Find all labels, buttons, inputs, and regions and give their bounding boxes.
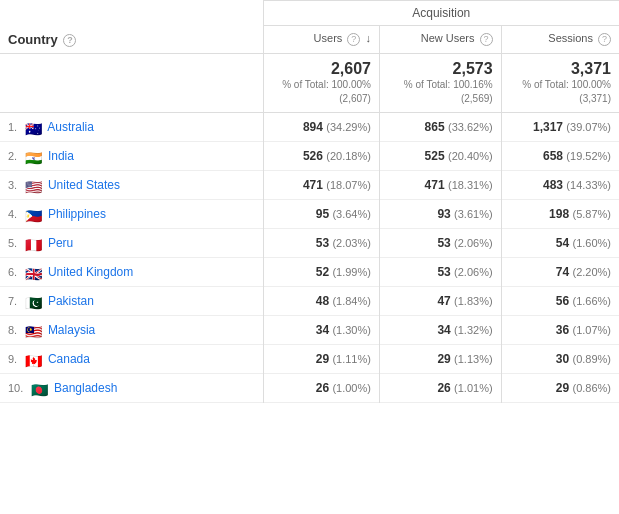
users-cell: 34 (1.30%) <box>263 315 379 344</box>
users-pct: (34.29%) <box>326 121 371 133</box>
users-help-icon[interactable]: ? <box>347 33 360 46</box>
new-users-pct: (1.13%) <box>454 353 493 365</box>
totals-row: 2,607 % of Total: 100.00% (2,607) 2,573 … <box>0 53 619 112</box>
new-users-value: 53 <box>437 236 450 250</box>
sessions-cell: 29 (0.86%) <box>501 373 619 402</box>
users-cell: 48 (1.84%) <box>263 286 379 315</box>
new-users-value: 865 <box>425 120 445 134</box>
country-flag: 🇦🇺 <box>25 122 41 133</box>
table-row: 3. 🇺🇸 United States 471 (18.07%) 471 (18… <box>0 170 619 199</box>
sessions-pct: (14.33%) <box>566 179 611 191</box>
new-users-pct: (20.40%) <box>448 150 493 162</box>
total-sessions-cell: 3,371 % of Total: 100.00% (3,371) <box>501 53 619 112</box>
users-value: 52 <box>316 265 329 279</box>
new-users-cell: 471 (18.31%) <box>379 170 501 199</box>
country-name-link[interactable]: Australia <box>47 120 94 134</box>
country-name-link[interactable]: United Kingdom <box>48 265 133 279</box>
users-cell: 52 (1.99%) <box>263 257 379 286</box>
sessions-value: 29 <box>556 381 569 395</box>
country-label: Country <box>8 32 58 47</box>
acquisition-header-row: Acquisition <box>0 1 619 26</box>
total-new-users-cell: 2,573 % of Total: 100.16% (2,569) <box>379 53 501 112</box>
country-cell: 9. 🇨🇦 Canada <box>0 344 263 373</box>
new-users-help-icon[interactable]: ? <box>480 33 493 46</box>
sessions-label: Sessions <box>548 32 593 44</box>
country-name-link[interactable]: Philippines <box>48 207 106 221</box>
sessions-value: 198 <box>549 207 569 221</box>
row-rank: 4. <box>8 208 17 220</box>
country-name-link[interactable]: Peru <box>48 236 73 250</box>
sessions-value: 74 <box>556 265 569 279</box>
users-cell: 26 (1.00%) <box>263 373 379 402</box>
users-cell: 471 (18.07%) <box>263 170 379 199</box>
country-help-icon[interactable]: ? <box>63 34 76 47</box>
users-pct: (1.30%) <box>332 324 371 336</box>
new-users-column-header: New Users ? <box>379 26 501 54</box>
sessions-cell: 56 (1.66%) <box>501 286 619 315</box>
row-rank: 1. <box>8 121 17 133</box>
new-users-label: New Users <box>421 32 475 44</box>
new-users-value: 34 <box>437 323 450 337</box>
users-pct: (18.07%) <box>326 179 371 191</box>
total-users-cell: 2,607 % of Total: 100.00% (2,607) <box>263 53 379 112</box>
row-rank: 9. <box>8 353 17 365</box>
analytics-table: Acquisition Country ? Users ? ↓ New User… <box>0 0 619 403</box>
sessions-cell: 1,317 (39.07%) <box>501 112 619 141</box>
sessions-value: 36 <box>556 323 569 337</box>
total-sessions-sub: % of Total: 100.00% (3,371) <box>510 78 611 106</box>
sessions-value: 483 <box>543 178 563 192</box>
new-users-cell: 525 (20.40%) <box>379 141 501 170</box>
new-users-cell: 29 (1.13%) <box>379 344 501 373</box>
users-value: 95 <box>316 207 329 221</box>
users-pct: (1.00%) <box>332 382 371 394</box>
new-users-value: 29 <box>437 352 450 366</box>
country-cell: 7. 🇵🇰 Pakistan <box>0 286 263 315</box>
total-new-users-sub: % of Total: 100.16% (2,569) <box>388 78 493 106</box>
users-pct: (3.64%) <box>332 208 371 220</box>
country-flag: 🇵🇪 <box>25 238 41 249</box>
users-sort-icon[interactable]: ↓ <box>365 32 371 44</box>
sessions-help-icon[interactable]: ? <box>598 33 611 46</box>
new-users-pct: (18.31%) <box>448 179 493 191</box>
row-rank: 3. <box>8 179 17 191</box>
country-flag: 🇵🇰 <box>25 296 41 307</box>
table-row: 1. 🇦🇺 Australia 894 (34.29%) 865 (33.62%… <box>0 112 619 141</box>
country-name-link[interactable]: Malaysia <box>48 323 95 337</box>
sessions-column-header: Sessions ? <box>501 26 619 54</box>
users-pct: (20.18%) <box>326 150 371 162</box>
new-users-pct: (1.01%) <box>454 382 493 394</box>
country-name-link[interactable]: Bangladesh <box>54 381 117 395</box>
users-value: 526 <box>303 149 323 163</box>
country-name-link[interactable]: United States <box>48 178 120 192</box>
new-users-cell: 34 (1.32%) <box>379 315 501 344</box>
users-pct: (1.99%) <box>332 266 371 278</box>
country-cell: 1. 🇦🇺 Australia <box>0 112 263 141</box>
users-pct: (1.11%) <box>332 353 371 365</box>
table-row: 6. 🇬🇧 United Kingdom 52 (1.99%) 53 (2.06… <box>0 257 619 286</box>
table-row: 9. 🇨🇦 Canada 29 (1.11%) 29 (1.13%) 30 (0… <box>0 344 619 373</box>
country-cell: 6. 🇬🇧 United Kingdom <box>0 257 263 286</box>
column-headers-row: Country ? Users ? ↓ New Users ? Sessions… <box>0 26 619 54</box>
country-cell: 2. 🇮🇳 India <box>0 141 263 170</box>
new-users-pct: (2.06%) <box>454 266 493 278</box>
new-users-cell: 26 (1.01%) <box>379 373 501 402</box>
users-cell: 894 (34.29%) <box>263 112 379 141</box>
users-value: 48 <box>316 294 329 308</box>
table-row: 4. 🇵🇭 Philippines 95 (3.64%) 93 (3.61%) … <box>0 199 619 228</box>
users-value: 53 <box>316 236 329 250</box>
country-name-link[interactable]: Canada <box>48 352 90 366</box>
sessions-value: 30 <box>556 352 569 366</box>
total-sessions-value: 3,371 <box>510 60 611 78</box>
country-name-link[interactable]: India <box>48 149 74 163</box>
table-row: 7. 🇵🇰 Pakistan 48 (1.84%) 47 (1.83%) 56 … <box>0 286 619 315</box>
sessions-pct: (2.20%) <box>572 266 611 278</box>
new-users-cell: 93 (3.61%) <box>379 199 501 228</box>
new-users-cell: 865 (33.62%) <box>379 112 501 141</box>
row-rank: 7. <box>8 295 17 307</box>
sessions-value: 56 <box>556 294 569 308</box>
new-users-cell: 47 (1.83%) <box>379 286 501 315</box>
sessions-pct: (19.52%) <box>566 150 611 162</box>
country-name-link[interactable]: Pakistan <box>48 294 94 308</box>
sessions-cell: 30 (0.89%) <box>501 344 619 373</box>
sessions-value: 1,317 <box>533 120 563 134</box>
